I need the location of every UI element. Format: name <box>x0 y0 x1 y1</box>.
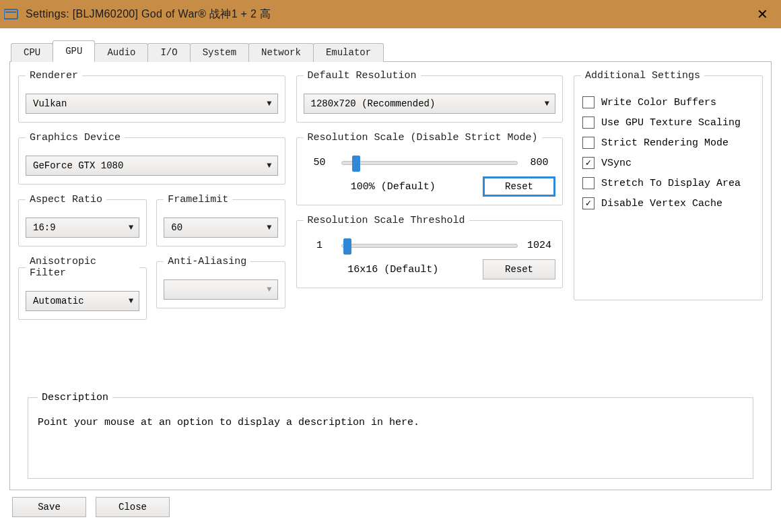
checkbox[interactable] <box>582 117 595 129</box>
graphics-device-dropdown[interactable]: GeForce GTX 1080 ▼ <box>26 156 278 176</box>
resolution-threshold-reset-button[interactable]: Reset <box>483 259 555 279</box>
resolution-threshold-slider[interactable] <box>341 244 518 248</box>
gpu-panel: Renderer Vulkan ▼ Graphics Device GeForc… <box>9 62 772 490</box>
resolution-scale-slider[interactable] <box>341 161 518 165</box>
svg-rect-0 <box>4 9 18 19</box>
resolution-threshold-group: Resolution Scale Threshold 1 1024 16x16 … <box>296 215 564 288</box>
renderer-value: Vulkan <box>33 98 67 109</box>
resolution-scale-reset-button[interactable]: Reset <box>483 176 555 197</box>
checkbox[interactable] <box>582 96 595 108</box>
checkbox[interactable] <box>582 197 595 209</box>
tab-io[interactable]: I/O <box>147 43 190 62</box>
framelimit-value: 60 <box>171 222 182 233</box>
checkbox-row[interactable]: Write Color Buffers <box>582 96 754 108</box>
default-resolution-group: Default Resolution 1280x720 (Recommended… <box>296 70 564 123</box>
description-text: Point your mouse at an option to display… <box>38 417 743 428</box>
slider-thumb[interactable] <box>352 156 360 172</box>
additional-settings-list: Write Color BuffersUse GPU Texture Scali… <box>581 94 755 209</box>
checkbox-label: Use GPU Texture Scaling <box>601 117 741 129</box>
tab-system[interactable]: System <box>190 43 249 62</box>
checkbox-label: Write Color Buffers <box>601 97 716 108</box>
anisotropic-filter-legend: Anisotropic Filter <box>26 256 139 279</box>
chevron-down-icon: ▼ <box>267 285 271 294</box>
resolution-threshold-legend: Resolution Scale Threshold <box>304 215 469 226</box>
chevron-down-icon: ▼ <box>129 296 133 306</box>
chevron-down-icon: ▼ <box>129 223 133 232</box>
tab-emulator[interactable]: Emulator <box>313 43 384 62</box>
framelimit-dropdown[interactable]: 60 ▼ <box>164 218 277 238</box>
title-bar: Settings: [BLJM60200] God of War® 战神1 + … <box>0 0 781 28</box>
checkbox[interactable] <box>582 157 595 169</box>
checkbox-label: Stretch To Display Area <box>601 178 741 189</box>
anisotropic-filter-value: Automatic <box>33 296 84 306</box>
tab-network[interactable]: Network <box>248 43 314 62</box>
renderer-dropdown[interactable]: Vulkan ▼ <box>26 94 278 114</box>
checkbox-row[interactable]: Stretch To Display Area <box>582 177 754 189</box>
close-icon: ✕ <box>757 6 768 22</box>
checkbox-row[interactable]: Strict Rendering Mode <box>582 137 754 149</box>
app-icon <box>4 8 19 20</box>
description-legend: Description <box>38 392 112 403</box>
resolution-threshold-max: 1024 <box>524 240 554 251</box>
chevron-down-icon: ▼ <box>545 99 549 108</box>
tab-gpu[interactable]: GPU <box>53 40 95 62</box>
checkbox-row[interactable]: Disable Vertex Cache <box>582 197 754 209</box>
renderer-group: Renderer Vulkan ▼ <box>18 70 285 123</box>
content-area: CPU GPU Audio I/O System Network Emulato… <box>0 28 781 523</box>
graphics-device-value: GeForce GTX 1080 <box>33 160 123 171</box>
save-button[interactable]: Save <box>12 497 86 517</box>
anti-aliasing-legend: Anti-Aliasing <box>164 256 250 267</box>
default-resolution-value: 1280x720 (Recommended) <box>311 98 436 109</box>
checkbox-row[interactable]: VSync <box>582 157 754 169</box>
resolution-threshold-value: 16x16 (Default) <box>304 264 483 275</box>
graphics-device-legend: Graphics Device <box>26 132 125 143</box>
aspect-ratio-legend: Aspect Ratio <box>26 194 106 205</box>
checkbox-label: Strict Rendering Mode <box>601 137 728 149</box>
default-resolution-legend: Default Resolution <box>304 70 421 81</box>
framelimit-group: Framelimit 60 ▼ <box>156 194 285 246</box>
tab-cpu[interactable]: CPU <box>11 43 53 62</box>
description-group: Description Point your mouse at an optio… <box>28 392 753 479</box>
resolution-scale-value: 100% (Default) <box>304 181 483 193</box>
chevron-down-icon: ▼ <box>267 99 271 108</box>
anisotropic-filter-dropdown[interactable]: Automatic ▼ <box>26 291 139 311</box>
resolution-threshold-min: 1 <box>305 240 335 251</box>
footer-buttons: Save Close <box>9 490 772 517</box>
window-title: Settings: [BLJM60200] God of War® 战神1 + … <box>26 7 749 22</box>
graphics-device-group: Graphics Device GeForce GTX 1080 ▼ <box>18 132 285 185</box>
checkbox-row[interactable]: Use GPU Texture Scaling <box>582 117 754 129</box>
checkbox[interactable] <box>582 177 595 189</box>
checkbox-label: Disable Vertex Cache <box>601 198 722 209</box>
checkbox[interactable] <box>582 137 595 149</box>
renderer-legend: Renderer <box>26 70 82 81</box>
aspect-ratio-dropdown[interactable]: 16:9 ▼ <box>26 218 139 238</box>
resolution-scale-legend: Resolution Scale (Disable Strict Mode) <box>304 132 542 143</box>
tab-strip: CPU GPU Audio I/O System Network Emulato… <box>9 42 772 62</box>
resolution-scale-max: 800 <box>524 157 554 168</box>
tab-audio[interactable]: Audio <box>94 43 148 62</box>
default-resolution-dropdown[interactable]: 1280x720 (Recommended) ▼ <box>304 94 556 114</box>
anti-aliasing-dropdown: ▼ <box>164 279 277 300</box>
aspect-ratio-group: Aspect Ratio 16:9 ▼ <box>18 194 147 246</box>
chevron-down-icon: ▼ <box>267 161 271 170</box>
slider-thumb[interactable] <box>343 238 351 255</box>
resolution-scale-min: 50 <box>305 157 335 168</box>
anti-aliasing-group: Anti-Aliasing ▼ <box>156 256 285 308</box>
chevron-down-icon: ▼ <box>267 223 271 232</box>
additional-settings-legend: Additional Settings <box>581 70 704 81</box>
checkbox-label: VSync <box>601 158 632 169</box>
close-button[interactable]: Close <box>96 497 170 517</box>
close-window-button[interactable]: ✕ <box>749 1 776 27</box>
resolution-scale-group: Resolution Scale (Disable Strict Mode) 5… <box>296 132 564 205</box>
additional-settings-group: Additional Settings Write Color BuffersU… <box>574 70 763 300</box>
anisotropic-filter-group: Anisotropic Filter Automatic ▼ <box>18 256 147 320</box>
framelimit-legend: Framelimit <box>164 194 232 205</box>
aspect-ratio-value: 16:9 <box>33 222 56 233</box>
